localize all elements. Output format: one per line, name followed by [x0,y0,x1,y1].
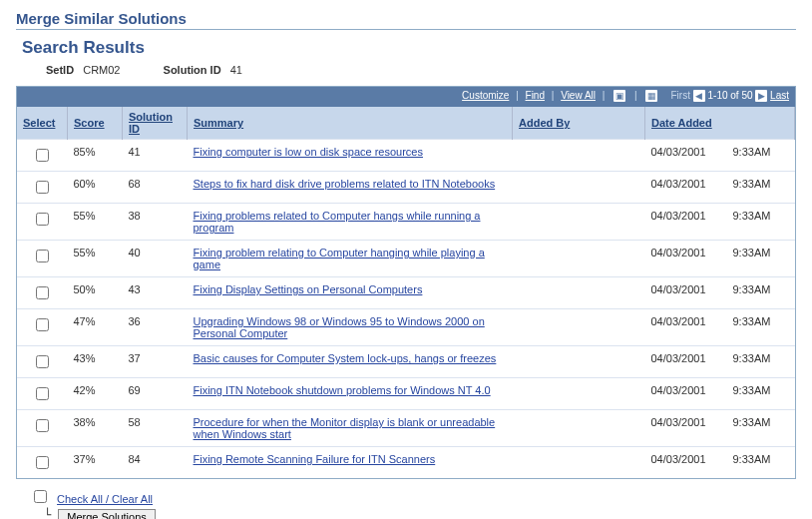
row-time: 9:33AM [727,241,795,277]
table-row: 42%69Fixing ITN Notebook shutdown proble… [17,378,795,410]
customize-link[interactable]: Customize [462,90,509,101]
row-select-checkbox[interactable] [36,213,49,226]
row-added-by [513,447,645,479]
row-score: 37% [68,447,123,479]
row-summary-link[interactable]: Fixing ITN Notebook shutdown problems fo… [194,384,491,396]
row-select-checkbox[interactable] [36,318,49,331]
row-select-checkbox[interactable] [36,149,49,162]
table-row: 50%43Fixing Display Settings on Personal… [17,277,795,309]
row-added-by [513,378,645,410]
row-added-by [513,204,645,241]
row-time: 9:33AM [727,277,795,309]
separator: | [603,90,606,101]
row-time: 9:33AM [727,378,795,410]
row-score: 85% [68,140,123,172]
row-select-checkbox[interactable] [36,387,49,400]
row-select-checkbox[interactable] [36,181,49,194]
col-added-by[interactable]: Added By [519,117,570,129]
row-select-checkbox[interactable] [36,286,49,299]
row-time: 9:33AM [727,204,795,241]
solution-id-label: Solution ID [164,64,221,76]
row-score: 60% [68,172,123,204]
row-score: 47% [68,309,123,346]
row-date: 04/03/2001 [645,277,727,309]
col-solution-id[interactable]: Solution ID [129,111,173,135]
separator: | [634,90,637,101]
separator: | [516,90,519,101]
row-solution-id: 41 [123,140,188,172]
table-row: 37%84Fixing Remote Scanning Failure for … [17,447,795,479]
header-row: Select Score Solution ID Summary Added B… [17,107,795,140]
row-solution-id: 40 [123,241,188,277]
merge-solutions-button[interactable]: Merge Solutions [58,509,156,519]
row-date: 04/03/2001 [645,309,727,346]
row-score: 55% [68,241,123,277]
find-link[interactable]: Find [526,90,545,101]
row-time: 9:33AM [727,140,795,172]
check-all-link[interactable]: Check All / Clear All [57,493,153,505]
row-solution-id: 37 [123,346,188,378]
results-grid: Customize | Find | View All | ▣ | ▦ Firs… [16,86,796,479]
last-page-link[interactable]: Last [770,90,789,101]
solution-id-value: 41 [230,64,242,76]
row-summary-link[interactable]: Steps to fix hard disk drive problems re… [194,178,496,190]
row-summary-link[interactable]: Upgrading Windows 98 or Windows 95 to Wi… [194,315,485,339]
row-range: 1-10 of 50 [707,90,752,101]
row-date: 04/03/2001 [645,140,727,172]
row-select-checkbox[interactable] [36,250,49,262]
grid-toolbar: Customize | Find | View All | ▣ | ▦ Firs… [17,87,795,107]
row-summary-link[interactable]: Basic causes for Computer System lock-up… [194,352,497,364]
row-date: 04/03/2001 [645,410,727,447]
next-page-icon[interactable]: ▶ [755,90,767,102]
row-time: 9:33AM [727,410,795,447]
first-page-link: First [670,90,689,101]
row-score: 38% [68,410,123,447]
row-summary-link[interactable]: Fixing problems related to Computer hang… [194,210,481,234]
row-summary-link[interactable]: Fixing Remote Scanning Failure for ITN S… [194,453,436,465]
row-solution-id: 69 [123,378,188,410]
table-row: 38%58Procedure for when the Monitor disp… [17,410,795,447]
row-select-checkbox[interactable] [36,355,49,368]
row-score: 43% [68,346,123,378]
row-select-checkbox[interactable] [36,456,49,469]
row-added-by [513,410,645,447]
tree-branch-icon: └ [44,508,51,519]
zoom-grid-icon[interactable]: ▣ [613,90,625,102]
section-title: Search Results [22,38,796,58]
separator: | [552,90,555,101]
grid-footer: Check All / Clear All └ Merge Solutions [30,487,796,519]
row-date: 04/03/2001 [645,346,727,378]
row-score: 55% [68,204,123,241]
table-row: 85%41Fixing computer is low on disk spac… [17,140,795,172]
row-select-checkbox[interactable] [36,419,49,432]
row-added-by [513,309,645,346]
row-date: 04/03/2001 [645,204,727,241]
row-summary-link[interactable]: Procedure for when the Monitor display i… [194,416,496,440]
criteria-bar: SetID CRM02 Solution ID 41 [46,64,796,76]
row-added-by [513,172,645,204]
col-score[interactable]: Score [74,117,105,129]
row-score: 42% [68,378,123,410]
row-date: 04/03/2001 [645,378,727,410]
prev-page-icon: ◀ [693,90,705,102]
table-row: 47%36Upgrading Windows 98 or Windows 95 … [17,309,795,346]
table-row: 60%68Steps to fix hard disk drive proble… [17,172,795,204]
check-all-checkbox[interactable] [34,490,47,503]
row-time: 9:33AM [727,447,795,479]
download-grid-icon[interactable]: ▦ [645,90,657,102]
row-summary-link[interactable]: Fixing computer is low on disk space res… [194,146,423,158]
col-summary[interactable]: Summary [194,117,243,129]
table-row: 55%38Fixing problems related to Computer… [17,204,795,241]
col-select[interactable]: Select [23,117,55,129]
row-added-by [513,277,645,309]
row-summary-link[interactable]: Fixing problem relating to Computer hang… [194,247,485,270]
row-date: 04/03/2001 [645,447,727,479]
row-solution-id: 38 [123,204,188,241]
row-time: 9:33AM [727,346,795,378]
row-summary-link[interactable]: Fixing Display Settings on Personal Comp… [194,283,423,295]
page-title: Merge Similar Solutions [16,10,796,30]
view-all-link[interactable]: View All [561,90,596,101]
col-date-added[interactable]: Date Added [651,117,712,129]
row-time: 9:33AM [727,309,795,346]
row-solution-id: 68 [123,172,188,204]
